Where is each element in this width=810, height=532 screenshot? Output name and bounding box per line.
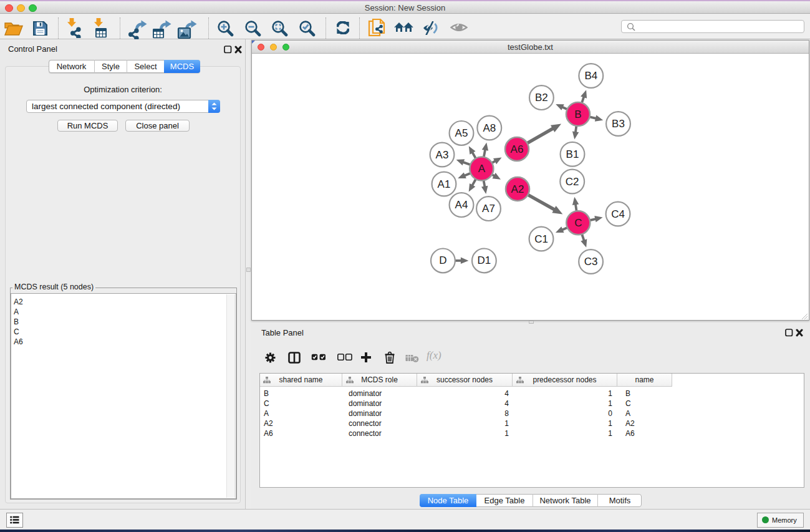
svg-text:C: C [574,217,582,229]
svg-text:B4: B4 [584,70,597,82]
svg-text:B3: B3 [612,118,625,130]
svg-text:C1: C1 [534,233,548,245]
svg-text:A7: A7 [482,203,495,215]
svg-text:A3: A3 [436,149,449,161]
svg-text:C2: C2 [566,176,579,188]
svg-text:C3: C3 [584,256,598,268]
svg-text:A6: A6 [511,143,524,155]
svg-text:C4: C4 [611,208,625,220]
svg-text:A4: A4 [455,199,468,211]
svg-text:D: D [439,254,446,266]
svg-text:A8: A8 [483,122,496,134]
svg-text:A5: A5 [455,127,468,139]
svg-text:B: B [574,109,581,120]
svg-text:A1: A1 [438,178,451,190]
svg-text:B2: B2 [535,92,548,104]
svg-text:A: A [478,163,486,175]
svg-text:A2: A2 [511,183,524,195]
svg-text:D1: D1 [478,254,491,266]
svg-text:B1: B1 [566,148,579,160]
